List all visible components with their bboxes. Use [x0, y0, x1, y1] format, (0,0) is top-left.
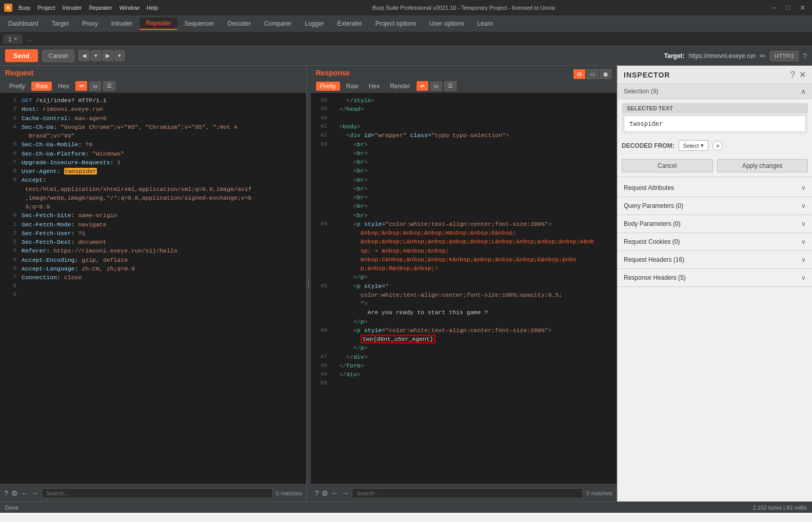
- request-line-11: ,image/webp,image/apng,*/*;q=0.8,applica…: [0, 194, 306, 202]
- help-icon[interactable]: ?: [803, 52, 807, 60]
- response-panel: Response ⊟ ▭ ◼ Pretty Raw Hex Render ⇌ \…: [311, 66, 618, 501]
- request-fmt-list[interactable]: ☰: [103, 81, 115, 91]
- response-forward-search-icon[interactable]: →: [342, 489, 349, 497]
- tab-intruder[interactable]: Intruder: [105, 18, 138, 29]
- response-search-matches: 0 matches: [586, 490, 612, 496]
- request-fmt-raw[interactable]: Raw: [31, 82, 52, 91]
- panel-divider[interactable]: [307, 66, 311, 501]
- maximize-button[interactable]: □: [783, 4, 794, 12]
- edit-target-icon[interactable]: ✏: [760, 52, 766, 60]
- back-arrow-button[interactable]: ◀: [78, 50, 90, 61]
- tab-sequencer[interactable]: Sequencer: [179, 18, 221, 29]
- apply-changes-button[interactable]: Apply changes: [717, 159, 808, 172]
- menu-project[interactable]: Project: [37, 5, 55, 11]
- tab-comparer[interactable]: Comparer: [258, 18, 298, 29]
- menu-window[interactable]: Window: [120, 5, 140, 11]
- request-code-area[interactable]: 1 GET /sij/index? HTTP/1.1 2 Host: rimov…: [0, 93, 306, 484]
- selection-header: Selection (9) ∧: [618, 84, 812, 99]
- query-parameters-chevron: ∨: [801, 202, 806, 209]
- response-fmt-pretty[interactable]: Pretty: [316, 82, 340, 91]
- target-url: https://rimovni.exeye.run: [689, 52, 756, 60]
- menu-intruder[interactable]: Intruder: [63, 5, 82, 11]
- response-line-45b: color:white;text-align:center;font-size:…: [311, 291, 617, 299]
- inspector-header: INSPECTOR ? ✕: [618, 66, 812, 84]
- request-back-search-icon[interactable]: ←: [21, 489, 28, 497]
- request-cookies-header[interactable]: Request Cookies (0) ∨: [618, 233, 812, 250]
- view-single-btn[interactable]: ▭: [586, 69, 599, 79]
- cancel-button[interactable]: Cancel: [42, 50, 74, 62]
- body-parameters-header[interactable]: Body Parameters (0) ∨: [618, 215, 812, 233]
- http-version-badge[interactable]: HTTP/1: [770, 51, 799, 61]
- response-fmt-raw[interactable]: Raw: [342, 82, 363, 91]
- response-fmt-wrap[interactable]: ⇌: [417, 81, 428, 91]
- tab-extender[interactable]: Extender: [331, 18, 368, 29]
- request-settings-icon[interactable]: ⚙: [11, 489, 18, 497]
- response-fmt-list[interactable]: ☰: [444, 81, 457, 91]
- response-headers-header[interactable]: Response Headers (5) ∨: [618, 269, 812, 286]
- tab-more[interactable]: ...: [23, 34, 36, 44]
- close-button[interactable]: ✕: [798, 4, 808, 12]
- request-line-22: 9: [0, 291, 306, 299]
- tab-dashboard[interactable]: Dashboard: [2, 18, 45, 29]
- tab-learn[interactable]: Learn: [471, 18, 499, 29]
- response-fmt-render[interactable]: Render: [386, 82, 414, 91]
- view-split-btn[interactable]: ⊟: [573, 69, 585, 79]
- repeater-tab-1[interactable]: 1 ✕: [3, 34, 23, 44]
- response-fmt-hex[interactable]: Hex: [365, 82, 384, 91]
- request-fmt-newline[interactable]: \n: [89, 82, 101, 91]
- selected-text-value[interactable]: twospider: [624, 115, 806, 132]
- tab-decoder[interactable]: Decoder: [222, 18, 257, 29]
- query-parameters-header[interactable]: Query Parameters (0) ∨: [618, 197, 812, 215]
- request-search-input[interactable]: [42, 488, 273, 498]
- selected-text-label: SELECTED TEXT: [622, 103, 808, 113]
- request-forward-search-icon[interactable]: →: [31, 489, 38, 497]
- selection-chevron[interactable]: ∧: [801, 87, 806, 95]
- response-help-icon[interactable]: ?: [315, 489, 319, 497]
- menu-burp[interactable]: Burp: [18, 5, 30, 11]
- menu-repeater[interactable]: Repeater: [89, 5, 112, 11]
- app-title: Burp Suite Professional v2021.10 - Tempo…: [158, 5, 769, 11]
- cancel-inspector-button[interactable]: Cancel: [622, 159, 713, 172]
- inspector-panel: INSPECTOR ? ✕ Selection (9) ∧ SELECTED T…: [617, 66, 812, 501]
- back-arrow-dropdown[interactable]: ▾: [91, 50, 101, 61]
- forward-arrow-dropdown[interactable]: ▾: [114, 50, 125, 61]
- inspector-divider: [618, 177, 812, 177]
- decoded-from-select[interactable]: Select ▾: [679, 140, 709, 151]
- response-search-input[interactable]: [352, 488, 583, 498]
- tab-proxy[interactable]: Proxy: [76, 18, 104, 29]
- response-line-41: 41 <body>: [311, 122, 617, 131]
- response-back-search-icon[interactable]: ←: [331, 489, 339, 497]
- response-fmt-newline[interactable]: \n: [430, 82, 442, 91]
- request-headers-header[interactable]: Request Headers (16) ∨: [618, 251, 812, 268]
- decoded-row: DECODED FROM: Select ▾ +: [622, 138, 808, 153]
- request-fmt-wrap[interactable]: ⇌: [75, 81, 87, 91]
- inspector-close-icon[interactable]: ✕: [799, 70, 806, 80]
- tab-user-options[interactable]: User options: [423, 18, 470, 29]
- tab-1-close[interactable]: ✕: [13, 36, 17, 42]
- request-help-icon[interactable]: ?: [4, 489, 8, 497]
- status-right: 2,152 bytes | 82 millis: [752, 505, 807, 511]
- tab-logger[interactable]: Logger: [299, 18, 330, 29]
- inspector-help-icon[interactable]: ?: [790, 70, 795, 80]
- title-bar: B Burp Project Intruder Repeater Window …: [0, 0, 812, 15]
- menu-help[interactable]: Help: [147, 5, 159, 11]
- request-line-21: 8: [0, 282, 306, 291]
- request-fmt-pretty[interactable]: Pretty: [5, 82, 29, 91]
- response-settings-icon[interactable]: ⚙: [322, 489, 328, 497]
- request-fmt-hex[interactable]: Hex: [54, 82, 73, 91]
- tab-target[interactable]: Target: [46, 18, 75, 29]
- request-cookies-chevron: ∨: [801, 238, 806, 245]
- decoded-add-button[interactable]: +: [712, 141, 723, 151]
- request-cookies-section: Request Cookies (0) ∨: [618, 233, 812, 251]
- send-button[interactable]: Send: [5, 49, 38, 62]
- tab-repeater[interactable]: Repeater: [140, 17, 177, 30]
- response-code-area[interactable]: 38 </style> 39 </head> 40 41 <body> 42 <…: [311, 93, 617, 484]
- view-vertical-btn[interactable]: ◼: [600, 69, 611, 79]
- request-attributes-header[interactable]: Request Attributes ∨: [618, 179, 812, 197]
- forward-arrow-button[interactable]: ▶: [102, 50, 113, 61]
- response-line-40: 40: [311, 114, 617, 123]
- minimize-button[interactable]: ─: [769, 4, 779, 12]
- response-format-tabs: Pretty Raw Hex Render ⇌ \n ☰: [316, 79, 612, 93]
- response-view-buttons: ⊟ ▭ ◼: [573, 69, 611, 79]
- tab-project-options[interactable]: Project options: [369, 18, 422, 29]
